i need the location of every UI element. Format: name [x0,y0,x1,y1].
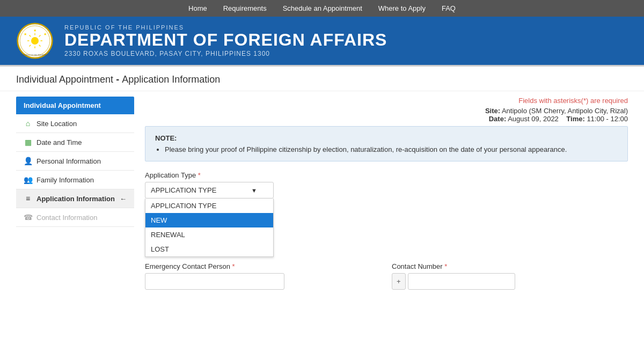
application-type-wrapper: APPLICATION TYPE ▼ APPLICATION TYPE NEW … [145,182,274,199]
dfa-title: DEPARTMENT OF FOREIGN AFFAIRS [64,31,387,49]
page-title-prefix: Individual Appointment [16,74,113,85]
contact-number-input[interactable] [408,273,515,290]
phone-group: + [392,273,628,290]
time-label: Time: [566,115,584,123]
sidebar-item-label-contact-info: Contact Information [36,214,97,222]
page-title-suffix: Application Information [122,74,220,85]
page-header: ★ ★ ★ REPUBLIC OF THE PHILIPPINES Republ… [0,17,644,65]
sidebar: Individual Appointment ⌂ Site Location ▦… [16,97,134,297]
sidebar-item-application-info[interactable]: ≡ Application Information ← [16,189,134,208]
sidebar-item-contact-info[interactable]: ☎ Contact Information [16,208,134,227]
option-application-type[interactable]: APPLICATION TYPE [145,199,273,213]
application-type-label: Application Type * [145,171,628,179]
header-text-block: Republic of the Philippines DEPARTMENT O… [64,24,387,57]
nav-where-to-apply[interactable]: Where to Apply [378,4,426,12]
sidebar-item-date-time[interactable]: ▦ Date and Time [16,133,134,152]
application-type-dropdown: APPLICATION TYPE NEW RENEWAL LOST [145,199,274,257]
info-line: Fields with asterisks(*) are required Si… [145,97,628,123]
person-icon: 👤 [24,157,32,165]
svg-text:★: ★ [33,28,36,32]
svg-text:★: ★ [24,32,27,36]
note-item-1: Please bring your proof of Philippine ci… [165,145,618,153]
contact-number-group: Contact Number * + [392,262,628,290]
emergency-contact-group: Emergency Contact Person * [145,262,381,290]
sidebar-item-label-site-location: Site Location [36,120,77,128]
option-new[interactable]: NEW [145,213,273,227]
emergency-contact-label: Emergency Contact Person * [145,262,381,270]
svg-point-3 [31,37,39,45]
emergency-contact-input[interactable] [145,273,284,290]
time-value: 11:00 - 12:00 [587,115,628,123]
nav-faq[interactable]: FAQ [442,4,456,12]
emergency-contact-asterisk: * [232,262,235,270]
site-label: Site: [485,107,500,115]
dfa-address: 2330 Roxas Boulevard, Pasay City, Philip… [64,50,387,57]
nav-requirements[interactable]: Requirements [223,4,267,12]
option-lost[interactable]: LOST [145,242,273,256]
dfa-seal: ★ ★ ★ REPUBLIC OF THE PHILIPPINES [16,22,54,60]
sidebar-item-site-location[interactable]: ⌂ Site Location [16,114,134,133]
sidebar-item-label-date-time: Date and Time [36,138,82,146]
phone-icon: ☎ [24,213,32,222]
application-type-asterisk: * [198,171,201,179]
sidebar-item-family-info[interactable]: 👥 Family Information [16,171,134,189]
date-time-info: Date: August 09, 2022 Time: 11:00 - 12:0… [489,115,628,123]
application-type-group: Application Type * APPLICATION TYPE ▼ AP… [145,171,628,199]
nav-schedule[interactable]: Schedule an Appointment [283,4,362,12]
contact-number-asterisk: * [444,262,447,270]
site-value: Antipolo (SM Cherry, Antipolo City, Riza… [502,107,628,115]
note-list: Please bring your proof of Philippine ci… [165,145,618,153]
group-icon: 👥 [24,175,32,184]
page-title-separator: - [113,74,122,85]
date-label: Date: [489,115,507,123]
main-layout: Individual Appointment ⌂ Site Location ▦… [0,97,644,308]
calendar-icon: ▦ [24,138,32,146]
home-icon: ⌂ [24,119,32,128]
sidebar-item-label-family-info: Family Information [36,176,94,184]
option-renewal[interactable]: RENEWAL [145,227,273,242]
page-title-bar: Individual Appointment - Application Inf… [0,67,644,91]
selected-option-display: APPLICATION TYPE [151,186,216,194]
date-value: August 09, 2022 [508,115,559,123]
emergency-contact-row: Emergency Contact Person * Contact Numbe… [145,262,628,297]
note-box: NOTE: Please bring your proof of Philipp… [145,126,628,161]
arrow-icon: ← [120,195,127,203]
top-navigation: Home Requirements Schedule an Appointmen… [0,0,644,17]
site-info: Site: Antipolo (SM Cherry, Antipolo City… [485,107,628,115]
list-icon: ≡ [24,194,32,203]
main-content: Fields with asterisks(*) are required Si… [145,97,628,297]
note-title: NOTE: [155,134,618,142]
sidebar-item-label-personal-info: Personal Information [36,157,101,165]
sidebar-item-label-application-info: Application Information [36,195,115,203]
required-note: Fields with asterisks(*) are required [145,97,628,105]
chevron-down-icon: ▼ [251,187,257,194]
svg-text:★: ★ [43,32,47,36]
svg-text:REPUBLIC OF THE PHILIPPINES: REPUBLIC OF THE PHILIPPINES [21,54,48,56]
nav-home[interactable]: Home [188,4,207,12]
application-type-select-display[interactable]: APPLICATION TYPE ▼ [145,182,274,199]
sidebar-item-personal-info[interactable]: 👤 Personal Information [16,152,134,171]
contact-number-label: Contact Number * [392,262,628,270]
sidebar-header: Individual Appointment [16,97,134,114]
phone-prefix: + [392,273,406,290]
